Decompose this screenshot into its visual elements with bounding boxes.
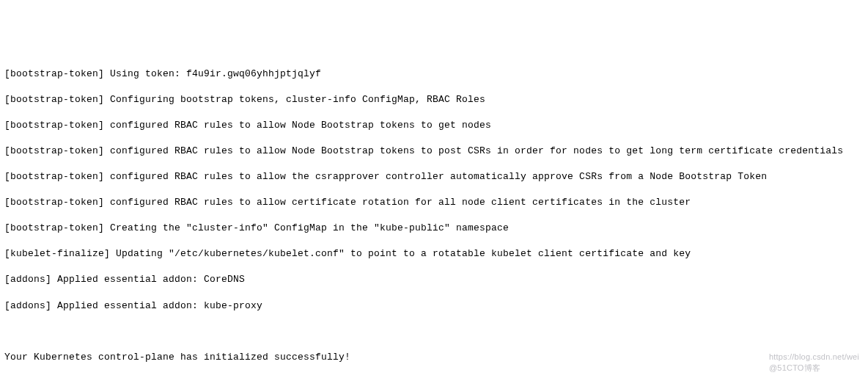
log-line: [bootstrap-token] configured RBAC rules … (4, 196, 864, 209)
log-line: [bootstrap-token] configured RBAC rules … (4, 119, 864, 132)
log-line: [bootstrap-token] Using token: f4u9ir.gw… (4, 68, 864, 81)
success-message: Your Kubernetes control-plane has initia… (4, 351, 864, 364)
log-line: [bootstrap-token] configured RBAC rules … (4, 170, 864, 183)
log-line: [addons] Applied essential addon: kube-p… (4, 299, 864, 313)
log-line: [kubelet-finalize] Updating "/etc/kubern… (4, 247, 864, 261)
terminal-output: [bootstrap-token] Using token: f4u9ir.gw… (4, 54, 864, 378)
log-line: [bootstrap-token] Creating the "cluster-… (4, 222, 864, 235)
blank-line (4, 325, 864, 338)
log-line: [bootstrap-token] configured RBAC rules … (4, 145, 864, 158)
log-line: [bootstrap-token] Configuring bootstrap … (4, 93, 864, 106)
log-line: [addons] Applied essential addon: CoreDN… (4, 273, 864, 286)
